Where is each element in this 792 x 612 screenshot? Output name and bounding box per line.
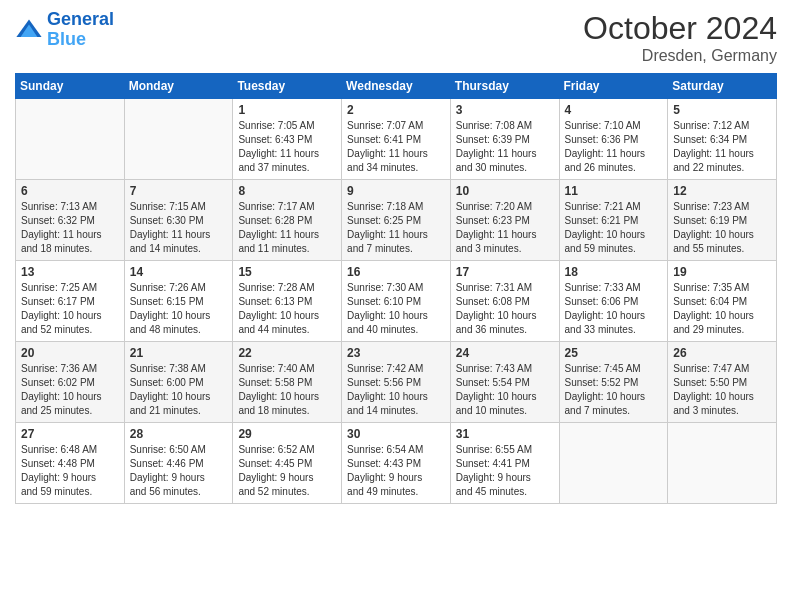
calendar-cell: 29Sunrise: 6:52 AM Sunset: 4:45 PM Dayli… [233,423,342,504]
calendar-cell: 14Sunrise: 7:26 AM Sunset: 6:15 PM Dayli… [124,261,233,342]
weekday-header: Friday [559,74,668,99]
calendar-week-row: 1Sunrise: 7:05 AM Sunset: 6:43 PM Daylig… [16,99,777,180]
day-details: Sunrise: 6:55 AM Sunset: 4:41 PM Dayligh… [456,443,554,499]
day-details: Sunrise: 7:45 AM Sunset: 5:52 PM Dayligh… [565,362,663,418]
day-number: 27 [21,427,119,441]
location-title: Dresden, Germany [583,47,777,65]
day-details: Sunrise: 7:15 AM Sunset: 6:30 PM Dayligh… [130,200,228,256]
day-number: 4 [565,103,663,117]
day-number: 7 [130,184,228,198]
calendar-table: SundayMondayTuesdayWednesdayThursdayFrid… [15,73,777,504]
day-details: Sunrise: 7:12 AM Sunset: 6:34 PM Dayligh… [673,119,771,175]
day-details: Sunrise: 7:10 AM Sunset: 6:36 PM Dayligh… [565,119,663,175]
calendar-cell [16,99,125,180]
day-number: 3 [456,103,554,117]
weekday-header: Thursday [450,74,559,99]
calendar-cell: 15Sunrise: 7:28 AM Sunset: 6:13 PM Dayli… [233,261,342,342]
day-number: 5 [673,103,771,117]
day-number: 28 [130,427,228,441]
calendar-cell: 19Sunrise: 7:35 AM Sunset: 6:04 PM Dayli… [668,261,777,342]
day-number: 1 [238,103,336,117]
day-details: Sunrise: 7:30 AM Sunset: 6:10 PM Dayligh… [347,281,445,337]
calendar-cell [124,99,233,180]
day-number: 25 [565,346,663,360]
day-number: 30 [347,427,445,441]
day-number: 23 [347,346,445,360]
day-details: Sunrise: 7:38 AM Sunset: 6:00 PM Dayligh… [130,362,228,418]
day-number: 26 [673,346,771,360]
calendar-cell: 16Sunrise: 7:30 AM Sunset: 6:10 PM Dayli… [342,261,451,342]
calendar-cell: 21Sunrise: 7:38 AM Sunset: 6:00 PM Dayli… [124,342,233,423]
day-details: Sunrise: 7:08 AM Sunset: 6:39 PM Dayligh… [456,119,554,175]
calendar-cell: 26Sunrise: 7:47 AM Sunset: 5:50 PM Dayli… [668,342,777,423]
day-number: 13 [21,265,119,279]
day-number: 11 [565,184,663,198]
day-details: Sunrise: 7:17 AM Sunset: 6:28 PM Dayligh… [238,200,336,256]
calendar-cell [668,423,777,504]
calendar-cell: 12Sunrise: 7:23 AM Sunset: 6:19 PM Dayli… [668,180,777,261]
calendar-cell: 25Sunrise: 7:45 AM Sunset: 5:52 PM Dayli… [559,342,668,423]
day-number: 12 [673,184,771,198]
day-details: Sunrise: 7:33 AM Sunset: 6:06 PM Dayligh… [565,281,663,337]
calendar-cell: 1Sunrise: 7:05 AM Sunset: 6:43 PM Daylig… [233,99,342,180]
weekday-header: Monday [124,74,233,99]
calendar-cell: 17Sunrise: 7:31 AM Sunset: 6:08 PM Dayli… [450,261,559,342]
day-number: 22 [238,346,336,360]
month-title: October 2024 [583,10,777,47]
calendar-cell: 4Sunrise: 7:10 AM Sunset: 6:36 PM Daylig… [559,99,668,180]
calendar-cell: 22Sunrise: 7:40 AM Sunset: 5:58 PM Dayli… [233,342,342,423]
calendar-cell: 10Sunrise: 7:20 AM Sunset: 6:23 PM Dayli… [450,180,559,261]
day-number: 10 [456,184,554,198]
weekday-header: Saturday [668,74,777,99]
calendar-cell: 2Sunrise: 7:07 AM Sunset: 6:41 PM Daylig… [342,99,451,180]
calendar-cell: 28Sunrise: 6:50 AM Sunset: 4:46 PM Dayli… [124,423,233,504]
day-details: Sunrise: 7:42 AM Sunset: 5:56 PM Dayligh… [347,362,445,418]
calendar-week-row: 27Sunrise: 6:48 AM Sunset: 4:48 PM Dayli… [16,423,777,504]
day-details: Sunrise: 7:28 AM Sunset: 6:13 PM Dayligh… [238,281,336,337]
weekday-header-row: SundayMondayTuesdayWednesdayThursdayFrid… [16,74,777,99]
day-number: 2 [347,103,445,117]
calendar-cell: 5Sunrise: 7:12 AM Sunset: 6:34 PM Daylig… [668,99,777,180]
day-details: Sunrise: 7:47 AM Sunset: 5:50 PM Dayligh… [673,362,771,418]
calendar-week-row: 20Sunrise: 7:36 AM Sunset: 6:02 PM Dayli… [16,342,777,423]
calendar-cell: 8Sunrise: 7:17 AM Sunset: 6:28 PM Daylig… [233,180,342,261]
day-details: Sunrise: 7:26 AM Sunset: 6:15 PM Dayligh… [130,281,228,337]
day-details: Sunrise: 7:13 AM Sunset: 6:32 PM Dayligh… [21,200,119,256]
day-details: Sunrise: 6:48 AM Sunset: 4:48 PM Dayligh… [21,443,119,499]
day-number: 19 [673,265,771,279]
day-details: Sunrise: 6:52 AM Sunset: 4:45 PM Dayligh… [238,443,336,499]
calendar-cell: 18Sunrise: 7:33 AM Sunset: 6:06 PM Dayli… [559,261,668,342]
day-number: 21 [130,346,228,360]
calendar-cell: 23Sunrise: 7:42 AM Sunset: 5:56 PM Dayli… [342,342,451,423]
day-details: Sunrise: 7:40 AM Sunset: 5:58 PM Dayligh… [238,362,336,418]
calendar-week-row: 13Sunrise: 7:25 AM Sunset: 6:17 PM Dayli… [16,261,777,342]
calendar-cell: 20Sunrise: 7:36 AM Sunset: 6:02 PM Dayli… [16,342,125,423]
day-number: 18 [565,265,663,279]
calendar-cell: 6Sunrise: 7:13 AM Sunset: 6:32 PM Daylig… [16,180,125,261]
day-details: Sunrise: 7:43 AM Sunset: 5:54 PM Dayligh… [456,362,554,418]
day-number: 17 [456,265,554,279]
day-number: 8 [238,184,336,198]
day-number: 14 [130,265,228,279]
calendar-cell: 7Sunrise: 7:15 AM Sunset: 6:30 PM Daylig… [124,180,233,261]
day-details: Sunrise: 7:23 AM Sunset: 6:19 PM Dayligh… [673,200,771,256]
day-details: Sunrise: 7:05 AM Sunset: 6:43 PM Dayligh… [238,119,336,175]
day-number: 9 [347,184,445,198]
title-block: October 2024 Dresden, Germany [583,10,777,65]
logo-icon [15,16,43,44]
day-details: Sunrise: 7:35 AM Sunset: 6:04 PM Dayligh… [673,281,771,337]
logo: GeneralBlue [15,10,114,50]
day-number: 24 [456,346,554,360]
calendar-cell: 3Sunrise: 7:08 AM Sunset: 6:39 PM Daylig… [450,99,559,180]
day-number: 6 [21,184,119,198]
calendar-cell: 24Sunrise: 7:43 AM Sunset: 5:54 PM Dayli… [450,342,559,423]
calendar-cell: 30Sunrise: 6:54 AM Sunset: 4:43 PM Dayli… [342,423,451,504]
weekday-header: Wednesday [342,74,451,99]
calendar-cell [559,423,668,504]
day-number: 16 [347,265,445,279]
logo-text: GeneralBlue [47,10,114,50]
calendar-cell: 31Sunrise: 6:55 AM Sunset: 4:41 PM Dayli… [450,423,559,504]
day-number: 29 [238,427,336,441]
weekday-header: Sunday [16,74,125,99]
calendar-cell: 9Sunrise: 7:18 AM Sunset: 6:25 PM Daylig… [342,180,451,261]
